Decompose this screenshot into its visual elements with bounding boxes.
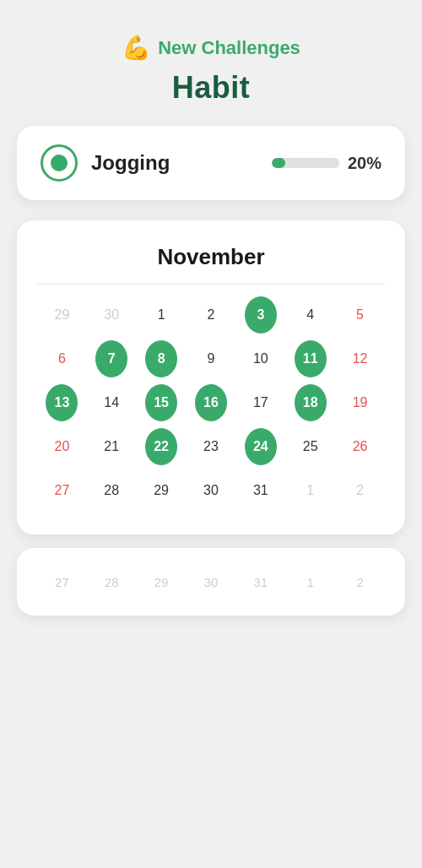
calendar-day-cell: 11 [295, 340, 327, 377]
calendar-day-cell: 22 [145, 428, 177, 465]
calendar-day-cell: 23 [195, 428, 227, 465]
calendar-day-cell: 20 [46, 428, 78, 465]
muscle-emoji-icon: 💪 [122, 34, 151, 62]
calendar-day-cell: 18 [295, 384, 327, 421]
calendar-day-cell: 19 [344, 384, 376, 421]
bottom-calendar-cell: 2 [335, 565, 385, 599]
calendar-day-cell: 1 [145, 296, 177, 334]
habit-name: Jogging [91, 151, 258, 175]
calendar-day-cell: 9 [195, 340, 227, 377]
calendar-day-cell: 7 [95, 340, 127, 377]
calendar-card: November 2930123456789101112131415161718… [17, 220, 405, 534]
calendar-day-cell: 3 [245, 296, 277, 334]
bottom-calendar-cell: 30 [187, 565, 236, 599]
habit-status-icon [41, 144, 78, 182]
calendar-day-cell: 12 [344, 340, 376, 377]
calendar-day-cell: 17 [245, 384, 277, 421]
calendar-day-cell: 14 [95, 384, 127, 421]
calendar-day-cell: 4 [295, 296, 327, 334]
bottom-calendar-cell: 28 [87, 565, 137, 599]
calendar-day-cell: 26 [344, 428, 376, 465]
calendar-divider [37, 284, 385, 285]
calendar-day-cell: 29 [46, 296, 78, 334]
calendar-grid: 2930123456789101112131415161718192021222… [37, 295, 385, 511]
header-section: 💪 New Challenges Habit [122, 34, 300, 106]
bottom-row: 272829303112 [37, 565, 385, 599]
page-title: Habit [172, 70, 251, 106]
habit-icon-inner [51, 155, 68, 171]
calendar-day-cell: 16 [195, 384, 227, 421]
calendar-day-cell: 30 [195, 472, 227, 509]
calendar-day-cell: 24 [245, 428, 277, 465]
calendar-day-cell: 6 [46, 340, 78, 377]
bottom-calendar-cell: 27 [37, 565, 87, 599]
progress-bar-fill [272, 158, 285, 168]
calendar-day-cell: 13 [46, 384, 78, 421]
calendar-day-cell: 5 [344, 296, 376, 334]
bottom-calendar-cell: 31 [235, 565, 285, 599]
progress-bar-background [272, 158, 339, 168]
calendar-day-cell: 28 [95, 472, 127, 509]
calendar-day-cell: 30 [95, 296, 127, 334]
progress-percent-label: 20% [348, 154, 381, 173]
progress-container: 20% [272, 154, 381, 173]
calendar-day-cell: 2 [344, 472, 376, 509]
calendar-day-cell: 27 [46, 472, 78, 509]
calendar-day-cell: 25 [295, 428, 327, 465]
calendar-day-cell: 2 [195, 296, 227, 334]
new-challenges-label: New Challenges [158, 37, 300, 59]
calendar-day-cell: 21 [95, 428, 127, 465]
calendar-day-cell: 10 [245, 340, 277, 377]
calendar-day-cell: 15 [145, 384, 177, 421]
calendar-day-cell: 8 [145, 340, 177, 377]
bottom-calendar-cell: 29 [137, 565, 187, 599]
calendar-day-cell: 31 [245, 472, 277, 509]
calendar-month-label: November [37, 244, 385, 270]
bottom-calendar-cell: 1 [285, 565, 335, 599]
calendar-day-cell: 29 [145, 472, 177, 509]
header-top: 💪 New Challenges [122, 34, 300, 62]
calendar-bottom-card: 272829303112 [17, 548, 405, 616]
calendar-day-cell: 1 [295, 472, 327, 509]
habit-card: Jogging 20% [17, 126, 405, 200]
